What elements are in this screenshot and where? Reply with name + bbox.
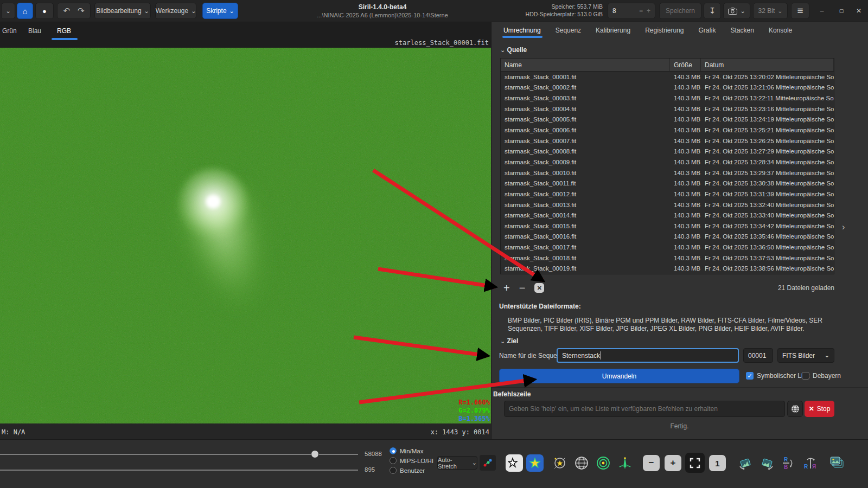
- minus-icon[interactable]: −: [635, 7, 647, 15]
- zoom-in-button[interactable]: +: [665, 455, 681, 471]
- bit-depth-dropdown[interactable]: 32 Bit⌄: [753, 3, 788, 19]
- tab-rgb[interactable]: RGB: [57, 27, 71, 35]
- table-row[interactable]: starmask_Stack_00011.fit 140.3 MB Fr 24.…: [501, 178, 834, 189]
- home-icon: ⌂: [22, 7, 27, 16]
- sequence-index-input[interactable]: 00001: [743, 348, 773, 363]
- low-cutoff-slider-track[interactable]: [0, 470, 358, 471]
- language-button[interactable]: [787, 401, 803, 417]
- command-line-title: Befehlszeile: [493, 390, 531, 398]
- sequence-format-value: FITS Bilder: [782, 352, 815, 359]
- radio-mips[interactable]: MIPS-LO/HI: [390, 457, 433, 464]
- undo-icon[interactable]: ↶: [63, 6, 70, 16]
- close-button[interactable]: ✕: [848, 0, 868, 22]
- symlink-checkbox[interactable]: ✓: [746, 372, 754, 380]
- table-row[interactable]: starmask_Stack_00004.fit 140.3 MB Fr 24.…: [501, 104, 834, 114]
- table-row[interactable]: starmask_Stack_00015.fit 140.3 MB Fr 24.…: [501, 221, 834, 232]
- rotate-left-button[interactable]: [737, 454, 754, 472]
- stop-button[interactable]: ✕ Stop: [805, 401, 834, 417]
- astrometry-button[interactable]: [573, 454, 590, 472]
- table-row[interactable]: starmask_Stack_00016.fit 140.3 MB Fr 24.…: [501, 232, 834, 242]
- redo-icon[interactable]: ↷: [78, 6, 85, 16]
- psf-button[interactable]: [616, 454, 634, 472]
- sequence-name-input[interactable]: Sternenstack: [557, 348, 739, 363]
- panel-expander-handle[interactable]: ›: [842, 222, 845, 232]
- radio-user[interactable]: Benutzer: [390, 467, 433, 474]
- table-row[interactable]: starmask_Stack_00006.fit 140.3 MB Fr 24.…: [501, 125, 834, 136]
- table-row[interactable]: starmask_Stack_00014.fit 140.3 MB Fr 24.…: [501, 210, 834, 221]
- zoom-fit-button[interactable]: [685, 453, 705, 473]
- snapshot-button[interactable]: ⌄: [723, 3, 750, 19]
- main-menu-button[interactable]: ≡: [791, 3, 809, 19]
- scripts-menu-button[interactable]: Skripte⌄: [202, 3, 238, 19]
- zoom-one-button[interactable]: 1: [709, 455, 726, 471]
- tab-console[interactable]: Konsole: [769, 27, 792, 34]
- sequence-format-dropdown[interactable]: FITS Bilder ⌄: [777, 348, 834, 363]
- photometry-button[interactable]: [551, 454, 569, 472]
- tab-stacking[interactable]: Stacken: [731, 27, 754, 34]
- convert-button[interactable]: Umwandeln: [499, 369, 739, 383]
- channel-tabstrip: Grün Blau RGB starless_Stack_00001.fit: [0, 22, 491, 48]
- radio-minmax[interactable]: Min/Max: [390, 447, 433, 454]
- zoom-out-button[interactable]: −: [643, 455, 660, 471]
- tab-sequence[interactable]: Sequenz: [556, 27, 581, 34]
- minimize-button[interactable]: –: [812, 0, 832, 22]
- debayer-option[interactable]: Debayern: [802, 372, 841, 380]
- high-cutoff-slider-handle[interactable]: [311, 450, 319, 458]
- symlink-option[interactable]: ✓ Symbolischer Link: [746, 372, 809, 380]
- table-row[interactable]: starmask_Stack_00002.fit 140.3 MB Fr 24.…: [501, 82, 834, 93]
- table-row[interactable]: starmask_Stack_00012.fit 140.3 MB Fr 24.…: [501, 189, 834, 200]
- table-row[interactable]: starmask_Stack_00003.fit 140.3 MB Fr 24.…: [501, 93, 834, 104]
- source-section-header[interactable]: ⌄ Quelle: [500, 46, 527, 54]
- table-row[interactable]: starmask_Stack_00001.fit 140.3 MB Fr 24.…: [501, 72, 834, 82]
- record-button[interactable]: ●: [35, 3, 54, 19]
- image-canvas[interactable]: R=1.660% G=2.079% B=1.365%: [0, 48, 491, 423]
- table-row[interactable]: starmask_Stack_00019.fit 140.3 MB Fr 24.…: [501, 264, 834, 274]
- file-date-cell: Fr 24. Okt 2025 13:36:50 Mitteleuropäisc…: [701, 242, 834, 253]
- column-header-date[interactable]: Datum: [701, 59, 834, 71]
- flip-vertical-button[interactable]: RB: [780, 454, 797, 472]
- tab-calibration[interactable]: Kalibrierung: [596, 27, 630, 34]
- clear-list-button[interactable]: ✕: [534, 283, 544, 293]
- tab-registration[interactable]: Registrierung: [645, 27, 684, 34]
- image-processing-menu-button[interactable]: Bildbearbeitung⌄: [94, 3, 151, 19]
- plus-icon[interactable]: +: [647, 7, 650, 15]
- debayer-checkbox[interactable]: [802, 372, 809, 380]
- add-files-button[interactable]: +: [503, 282, 510, 294]
- target-section-header[interactable]: ⌄ Ziel: [500, 337, 518, 345]
- home-button[interactable]: ⌂: [17, 3, 33, 19]
- remove-files-button[interactable]: −: [519, 282, 526, 294]
- table-row[interactable]: starmask_Stack_00010.fit 140.3 MB Fr 24.…: [501, 168, 834, 178]
- tools-menu-button[interactable]: Werkzeuge⌄: [155, 3, 196, 19]
- save-button[interactable]: Speichern: [659, 3, 701, 19]
- file-date-cell: Fr 24. Okt 2025 13:30:38 Mitteleuropäisc…: [701, 178, 834, 189]
- table-row[interactable]: starmask_Stack_00017.fit 140.3 MB Fr 24.…: [501, 242, 834, 253]
- tab-conversion[interactable]: Umrechnung: [503, 27, 541, 34]
- background-extraction-button[interactable]: [595, 454, 612, 472]
- flip-horizontal-button[interactable]: RЯ: [802, 454, 819, 472]
- table-row[interactable]: starmask_Stack_00007.fit 140.3 MB Fr 24.…: [501, 136, 834, 146]
- star-detection-button[interactable]: [526, 454, 544, 472]
- table-row[interactable]: starmask_Stack_00005.fit 140.3 MB Fr 24.…: [501, 114, 834, 125]
- table-row[interactable]: starmask_Stack_00009.fit 140.3 MB Fr 24.…: [501, 157, 834, 168]
- star-mask-button[interactable]: [506, 454, 523, 472]
- app-menu-chevron-button[interactable]: ⌄: [1, 3, 15, 19]
- file-size-cell: 140.3 MB: [670, 72, 701, 82]
- high-cutoff-slider-track[interactable]: [0, 454, 358, 455]
- channel-link-button[interactable]: [480, 455, 496, 471]
- status-strip: M: N/A x: 1443 y: 0014: [0, 423, 491, 439]
- stretch-mode-dropdown[interactable]: Auto-Stretch⌄: [437, 456, 477, 470]
- threads-stepper[interactable]: 8 − +: [608, 3, 655, 19]
- save-as-button[interactable]: ↧: [704, 3, 721, 19]
- table-row[interactable]: starmask_Stack_00013.fit 140.3 MB Fr 24.…: [501, 200, 834, 210]
- file-date-cell: Fr 24. Okt 2025 13:27:29 Mitteleuropäisc…: [701, 146, 834, 157]
- command-input[interactable]: [504, 401, 785, 417]
- column-header-name[interactable]: Name: [501, 59, 670, 71]
- column-header-size[interactable]: Größe: [670, 59, 701, 71]
- tab-green[interactable]: Grün: [2, 27, 17, 35]
- table-row[interactable]: starmask_Stack_00018.fit 140.3 MB Fr 24.…: [501, 253, 834, 264]
- tab-plot[interactable]: Grafik: [699, 27, 716, 34]
- table-row[interactable]: starmask_Stack_00008.fit 140.3 MB Fr 24.…: [501, 146, 834, 157]
- sequence-frames-button[interactable]: [828, 454, 845, 472]
- tab-blue[interactable]: Blau: [28, 27, 41, 35]
- rotate-right-button[interactable]: [758, 454, 776, 472]
